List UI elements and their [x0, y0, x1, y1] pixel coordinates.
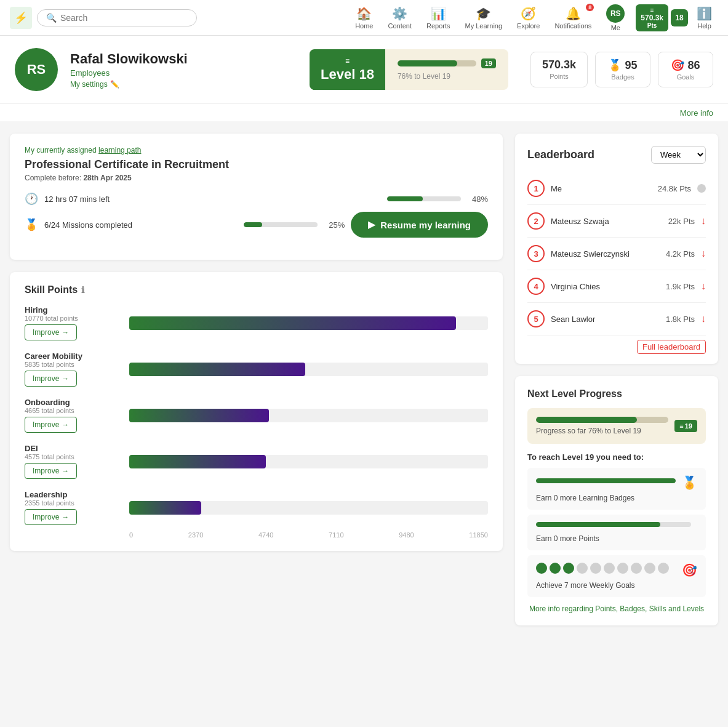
nav-help[interactable]: ℹ️ Help	[690, 2, 718, 33]
nl-badges-bar-bg	[536, 478, 676, 483]
skill-bar-bg-onboarding	[129, 409, 488, 422]
lb-rank-2: 2	[527, 212, 545, 230]
main-layout: My currently assigned learning path Prof…	[0, 121, 728, 638]
left-column: My currently assigned learning path Prof…	[10, 134, 503, 625]
lb-trend-3: ↓	[701, 248, 706, 259]
skill-label-dei: DEI 4575 total points Improve →	[25, 444, 129, 479]
nav-home[interactable]: 🏠 Home	[349, 2, 379, 33]
skill-pts-onboarding: 4665 total points	[25, 407, 129, 414]
time-progress-fill	[387, 196, 423, 201]
nav-my-learning-label: My Learning	[465, 22, 503, 30]
search-input[interactable]	[60, 13, 188, 23]
nav-items: 🏠 Home ⚙️ Content 📊 Reports 🎓 My Learnin…	[349, 1, 718, 35]
full-leaderboard-link-container: Full leaderboard	[527, 342, 706, 351]
stat-points-label: Points	[550, 73, 569, 80]
resume-learning-button[interactable]: ▶ Resume my learning	[351, 212, 488, 238]
leaderboard-title: Leaderboard	[527, 148, 594, 161]
improve-button-hiring[interactable]: Improve →	[25, 324, 77, 340]
nl-dot-7	[617, 563, 628, 574]
improve-label-career-mobility: Improve	[33, 374, 59, 383]
arrow-icon-onboarding: →	[62, 420, 69, 429]
improve-button-career-mobility[interactable]: Improve →	[25, 371, 77, 387]
improve-button-leadership[interactable]: Improve →	[25, 509, 77, 525]
nl-bar-bg	[536, 417, 668, 423]
nav-content[interactable]: ⚙️ Content	[382, 2, 418, 33]
profile-stats-row: 570.3k Points 🏅 95 Badges 🎯 86 Goals	[530, 52, 713, 87]
explore-icon: 🧭	[521, 6, 536, 21]
help-icon: ℹ️	[697, 6, 712, 21]
full-leaderboard-link[interactable]: Full leaderboard	[637, 340, 706, 354]
profile-settings-label: My settings	[70, 80, 108, 89]
home-icon: 🏠	[356, 6, 372, 21]
missions-pct: 25%	[329, 220, 345, 230]
level-progress-bar-fill	[398, 60, 457, 66]
improve-button-dei[interactable]: Improve →	[25, 463, 77, 479]
skill-bar-area-onboarding	[129, 409, 488, 422]
skill-row-leadership: Leadership 2355 total points Improve →	[25, 490, 488, 525]
nav-explore[interactable]: 🧭 Explore	[511, 2, 546, 33]
time-left-text: 12 hrs 07 mins left	[44, 195, 381, 204]
nl-weekly-label: Achieve 7 more Weekly Goals	[536, 581, 697, 590]
improve-label-dei: Improve	[33, 467, 59, 475]
axis-4740: 4740	[258, 531, 273, 539]
learning-path-title: Professional Certificate in Recruitment	[25, 158, 488, 171]
skill-name-leadership: Leadership	[25, 490, 129, 499]
skill-bar-fill-career-mobility	[129, 363, 305, 376]
nav-my-learning[interactable]: 🎓 My Learning	[459, 2, 509, 33]
arrow-icon-hiring: →	[62, 328, 69, 337]
skill-row-hiring: Hiring 10770 total points Improve →	[25, 305, 488, 340]
missions-row: 🏅 6/24 Missions completed 25% ▶ Resume m…	[25, 212, 488, 238]
nav-notifications[interactable]: 🔔 8 Notifications	[548, 2, 598, 33]
lb-rank-1: 1	[527, 180, 545, 197]
axis-2370: 2370	[188, 531, 203, 539]
nav-points-display[interactable]: ≡ 570.3k Pts	[636, 4, 668, 31]
skill-bar-bg-career-mobility	[129, 363, 488, 376]
search-icon: 🔍	[46, 13, 57, 23]
nl-weekly-dots	[536, 563, 669, 574]
lb-pts-3: 4.2k Pts	[666, 249, 695, 259]
profile-role[interactable]: Employees	[70, 68, 297, 78]
nav-reports[interactable]: 📊 Reports	[420, 2, 457, 33]
more-info-link[interactable]: More info	[680, 108, 713, 118]
nl-goal-badges: 🏅 Earn 0 more Learning Badges	[527, 468, 706, 510]
nl-dot-1	[536, 563, 547, 574]
nl-badges-bar-fill	[536, 478, 676, 483]
app-logo[interactable]: ⚡	[10, 7, 32, 29]
nl-progress-column: Progress so far 76% to Level 19	[536, 417, 668, 435]
nl-badges-icon: 🏅	[682, 475, 697, 490]
profile-name: Rafal Slowikowski	[70, 51, 297, 67]
nav-content-label: Content	[388, 22, 412, 30]
search-bar[interactable]: 🔍	[37, 9, 197, 26]
skill-bar-fill-hiring	[129, 316, 456, 330]
progress-label: 76% to Level 19	[398, 72, 496, 81]
lb-name-4: Virginia Chies	[551, 282, 660, 291]
improve-label-onboarding: Improve	[33, 420, 59, 429]
leaderboard-period-select[interactable]: Week Month All Time	[651, 146, 706, 164]
skill-pts-leadership: 2355 total points	[25, 499, 129, 507]
right-column: Leaderboard Week Month All Time 1 Me 24.…	[515, 134, 718, 625]
skill-bar-fill-onboarding	[129, 409, 269, 422]
learning-path-link[interactable]: learning path	[98, 146, 141, 155]
notifications-icon: 🔔	[566, 6, 581, 21]
nl-more-info-link[interactable]: More info regarding Points, Badges, Skil…	[529, 604, 704, 613]
leaderboard-row-5: 5 Sean Lawlor 1.8k Pts ↓	[527, 303, 706, 335]
missions-icon: 🏅	[25, 218, 38, 231]
improve-label-leadership: Improve	[33, 513, 59, 521]
improve-button-onboarding[interactable]: Improve →	[25, 417, 77, 433]
profile-settings-link[interactable]: My settings ✏️	[70, 80, 297, 89]
skill-name-dei: DEI	[25, 444, 129, 453]
nl-points-label: Earn 0 more Points	[536, 534, 697, 543]
leaderboard-row-2: 2 Mateusz Szwaja 22k Pts ↓	[527, 205, 706, 238]
reports-icon: 📊	[431, 6, 446, 21]
lb-rank-5: 5	[527, 310, 545, 327]
nl-dot-8	[631, 563, 642, 574]
skill-row-career-mobility: Career Mobility 5835 total points Improv…	[25, 351, 488, 387]
axis-0: 0	[129, 531, 133, 539]
goals-icon: 🎯	[671, 59, 684, 71]
nav-me[interactable]: RS Me	[600, 1, 631, 35]
nav-explore-label: Explore	[517, 22, 540, 30]
lb-pts-5: 1.8k Pts	[666, 315, 695, 324]
nav-notifications-label: Notifications	[554, 22, 591, 30]
clock-icon: 🕐	[25, 192, 38, 206]
stat-points-value: 570.3k	[542, 58, 576, 71]
